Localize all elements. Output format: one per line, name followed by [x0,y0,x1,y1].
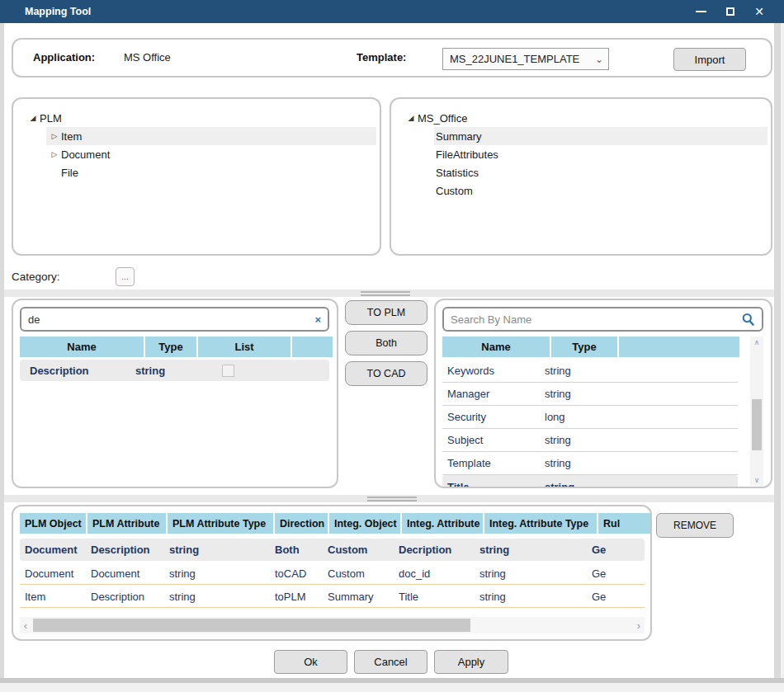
cell-integ-attribute-type: string [475,591,587,603]
tree-item-custom[interactable]: Custom [434,181,767,200]
cell-plm-attribute: Document [86,567,164,580]
tree-collapsed-icon[interactable]: ▷ [48,150,61,158]
tree-item-msoffice-root[interactable]: ◢ MS_Office [404,109,767,127]
scroll-left-icon[interactable]: ‹ [20,619,31,632]
column-header-type[interactable]: Type [551,337,617,357]
import-button[interactable]: Import [673,48,746,71]
cell-integ-object: Summary [323,591,394,603]
tree-expanded-icon[interactable]: ◢ [404,114,418,122]
tree-item-summary[interactable]: Summary [434,127,767,145]
cell-plm-attribute-type: string [164,591,270,603]
plm-attributes-table-header: Name Type List [20,337,333,357]
plm-tree-panel: ◢ PLM ▷ Item ▷ Document File [12,97,381,256]
column-header-plm-attribute-type[interactable]: PLM Attribute Type [168,513,273,534]
column-header-integ-attribute-type[interactable]: Integ. Attribute Type [484,513,597,534]
remove-button-label: REMOVE [673,520,716,531]
scroll-up-icon[interactable]: ∧ [750,337,763,348]
both-button[interactable]: Both [345,331,427,355]
tree-item-document[interactable]: ▷ Document [46,145,376,163]
column-header-type[interactable]: Type [145,337,196,357]
column-header-name[interactable]: Name [20,337,144,357]
table-row-mapping[interactable]: Document Description string Both Custom … [20,539,645,561]
category-browse-button[interactable]: ... [116,267,135,286]
minimize-icon[interactable] [696,11,706,12]
window-border-right-outer [781,23,784,692]
column-header-plm-object[interactable]: PLM Object [20,513,86,534]
table-row-keywords[interactable]: Keywords string [442,360,738,383]
office-tree-panel: ◢ MS_Office Summary FileAttributes Stati… [390,97,772,256]
table-row-mapping[interactable]: Document Document string toCAD Custom do… [20,563,645,585]
office-attribute-search-input[interactable]: Search By Name [442,307,763,332]
cell-name: Security [442,411,545,423]
cell-name: Subject [442,434,545,446]
tree-item-fileattributes[interactable]: FileAttributes [434,145,767,163]
window-border-left [0,23,4,678]
plm-attribute-search-input[interactable]: de × [20,307,329,332]
tree-item-plm-root[interactable]: ◢ PLM [26,109,376,127]
vertical-scrollbar[interactable]: ∧ ∨ [750,337,763,486]
scrollbar-thumb[interactable] [33,619,470,632]
cell-rule: Ge [587,567,645,580]
table-row-security[interactable]: Security long [442,406,738,429]
ok-button[interactable]: Ok [274,650,347,674]
tree-item-item[interactable]: ▷ Item [46,127,376,145]
template-dropdown[interactable]: MS_22JUNE1_TEMPLATE ⌄ [442,48,609,70]
column-header-name[interactable]: Name [442,337,550,357]
splitter-grip-icon [367,497,417,503]
table-row-description[interactable]: Description string [20,360,329,381]
table-row-subject[interactable]: Subject string [442,429,738,452]
horizontal-scrollbar[interactable]: ‹ › [20,617,645,633]
tree-item-label: Item [61,130,82,143]
search-icon[interactable] [741,313,755,327]
scrollbar-thumb[interactable] [752,399,762,450]
apply-button[interactable]: Apply [434,650,508,674]
cell-plm-object: Document [20,544,86,556]
header-panel: Application: MS Office Template: MS_22JU… [12,38,772,78]
template-dropdown-value: MS_22JUNE1_TEMPLATE [450,53,579,65]
cancel-button-label: Cancel [374,656,407,668]
table-row-title[interactable]: Title string [442,475,738,488]
remove-button[interactable]: REMOVE [656,513,734,538]
tree-collapsed-icon[interactable]: ▷ [48,132,61,140]
cell-name: Keywords [442,365,545,377]
list-checkbox[interactable] [222,365,234,377]
cell-integ-attribute-type: string [475,544,587,556]
cell-plm-object: Document [20,567,86,580]
column-header-list[interactable]: List [198,337,290,357]
cell-type: long [545,411,565,423]
cell-direction: Both [270,544,323,556]
column-header-plm-attribute[interactable]: PLM Attribute [87,513,166,534]
splitter-horizontal-top[interactable] [4,290,774,297]
cell-name: Description [20,365,135,377]
window-border-bottom-outer [0,683,784,692]
tree-item-statistics[interactable]: Statistics [434,163,767,181]
scroll-down-icon[interactable]: ∨ [750,474,763,486]
column-header-integ-object[interactable]: Integ. Object [329,513,400,534]
cell-direction: toPLM [270,591,323,603]
table-row-mapping[interactable]: Item Description string toPLM Summary Ti… [20,586,645,608]
column-header-rule[interactable]: Rul [598,513,652,534]
to-plm-button[interactable]: TO PLM [345,300,427,325]
cell-plm-attribute-type: string [164,567,270,580]
office-attributes-table-header: Name Type [442,337,739,357]
tree-expanded-icon[interactable]: ◢ [26,114,40,122]
tree-item-file[interactable]: File [46,163,376,181]
cancel-button[interactable]: Cancel [354,650,427,674]
table-row-template[interactable]: Template string [442,452,738,475]
chevron-down-icon: ⌄ [595,54,603,65]
close-icon[interactable]: ✕ [754,6,764,17]
scroll-right-icon[interactable]: › [633,619,645,632]
maximize-icon[interactable] [726,7,734,16]
splitter-horizontal-bottom[interactable] [4,495,774,502]
cell-type: string [545,434,571,446]
clear-icon[interactable]: × [314,313,321,326]
cell-plm-attribute-type: string [164,544,270,556]
cell-plm-attribute: Description [86,591,164,603]
column-header-integ-attribute[interactable]: Integ. Attribute [402,513,483,534]
to-cad-button[interactable]: TO CAD [345,361,427,386]
apply-button-label: Apply [458,656,485,668]
import-button-label: Import [695,54,725,66]
column-header-direction[interactable]: Direction [275,513,328,534]
to-cad-label: TO CAD [367,368,406,379]
table-row-manager[interactable]: Manager string [442,383,738,406]
